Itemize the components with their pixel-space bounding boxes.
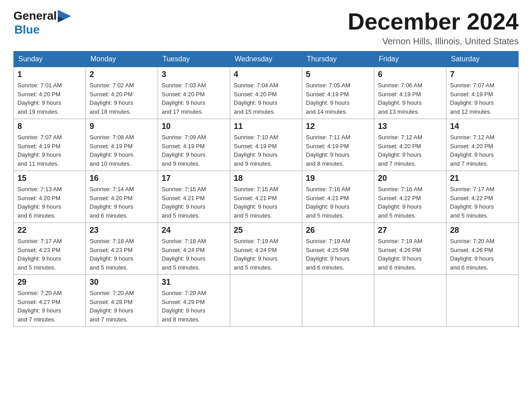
day-info: Sunrise: 7:12 AMSunset: 4:20 PMDaylight:… [378,133,442,168]
calendar-cell: 28Sunrise: 7:20 AMSunset: 4:26 PMDayligh… [446,223,519,275]
calendar-cell: 1Sunrise: 7:01 AMSunset: 4:20 PMDaylight… [14,67,86,119]
day-info: Sunrise: 7:04 AMSunset: 4:20 PMDaylight:… [234,81,298,116]
day-number: 15 [17,174,82,183]
calendar-table: SundayMondayTuesdayWednesdayThursdayFrid… [13,51,519,327]
day-info: Sunrise: 7:11 AMSunset: 4:19 PMDaylight:… [306,133,370,168]
day-info: Sunrise: 7:20 AMSunset: 4:28 PMDaylight:… [90,289,154,324]
day-number: 7 [450,70,515,79]
day-info: Sunrise: 7:19 AMSunset: 4:24 PMDaylight:… [234,237,298,272]
day-number: 19 [306,174,370,183]
day-number: 26 [306,226,370,235]
day-info: Sunrise: 7:05 AMSunset: 4:19 PMDaylight:… [306,81,370,116]
day-info: Sunrise: 7:20 AMSunset: 4:29 PMDaylight:… [162,289,226,324]
day-number: 22 [17,226,82,235]
day-number: 27 [378,226,442,235]
day-info: Sunrise: 7:19 AMSunset: 4:26 PMDaylight:… [378,237,442,272]
day-of-week-header: Wednesday [230,51,302,67]
calendar-cell: 15Sunrise: 7:13 AMSunset: 4:20 PMDayligh… [14,171,86,223]
day-of-week-header: Tuesday [158,51,230,67]
day-info: Sunrise: 7:10 AMSunset: 4:19 PMDaylight:… [234,133,298,168]
calendar-cell: 19Sunrise: 7:16 AMSunset: 4:21 PMDayligh… [302,171,374,223]
day-info: Sunrise: 7:17 AMSunset: 4:23 PMDaylight:… [17,237,82,272]
calendar-cell: 25Sunrise: 7:19 AMSunset: 4:24 PMDayligh… [230,223,302,275]
calendar-cell: 12Sunrise: 7:11 AMSunset: 4:19 PMDayligh… [302,119,374,171]
day-number: 9 [90,122,154,131]
calendar-cell: 7Sunrise: 7:07 AMSunset: 4:19 PMDaylight… [446,67,519,119]
calendar-cell: 14Sunrise: 7:12 AMSunset: 4:20 PMDayligh… [446,119,519,171]
day-number: 2 [90,70,154,79]
day-info: Sunrise: 7:19 AMSunset: 4:25 PMDaylight:… [306,237,370,272]
day-number: 25 [234,226,298,235]
calendar-cell: 5Sunrise: 7:05 AMSunset: 4:19 PMDaylight… [302,67,374,119]
day-info: Sunrise: 7:02 AMSunset: 4:20 PMDaylight:… [90,81,154,116]
day-info: Sunrise: 7:12 AMSunset: 4:20 PMDaylight:… [450,133,515,168]
day-number: 12 [306,122,370,131]
calendar-cell: 18Sunrise: 7:15 AMSunset: 4:21 PMDayligh… [230,171,302,223]
calendar-week-row: 29Sunrise: 7:20 AMSunset: 4:27 PMDayligh… [14,275,519,327]
calendar-cell: 10Sunrise: 7:09 AMSunset: 4:19 PMDayligh… [158,119,230,171]
day-of-week-header: Monday [86,51,158,67]
day-info: Sunrise: 7:16 AMSunset: 4:21 PMDaylight:… [306,185,370,220]
calendar-cell: 6Sunrise: 7:06 AMSunset: 4:19 PMDaylight… [374,67,446,119]
day-of-week-header: Saturday [446,51,519,67]
day-number: 17 [162,174,226,183]
calendar-week-row: 1Sunrise: 7:01 AMSunset: 4:20 PMDaylight… [14,67,519,119]
calendar-cell: 8Sunrise: 7:07 AMSunset: 4:19 PMDaylight… [14,119,86,171]
day-number: 13 [378,122,442,131]
day-info: Sunrise: 7:16 AMSunset: 4:22 PMDaylight:… [378,185,442,220]
day-info: Sunrise: 7:07 AMSunset: 4:19 PMDaylight:… [450,81,515,116]
day-number: 31 [162,278,226,287]
day-of-week-header: Thursday [302,51,374,67]
day-info: Sunrise: 7:08 AMSunset: 4:19 PMDaylight:… [90,133,154,168]
day-info: Sunrise: 7:17 AMSunset: 4:22 PMDaylight:… [450,185,515,220]
calendar-cell: 31Sunrise: 7:20 AMSunset: 4:29 PMDayligh… [158,275,230,327]
calendar-week-row: 22Sunrise: 7:17 AMSunset: 4:23 PMDayligh… [14,223,519,275]
day-number: 11 [234,122,298,131]
day-number: 28 [450,226,515,235]
day-number: 3 [162,70,226,79]
logo-icon [58,10,71,22]
calendar-cell: 24Sunrise: 7:18 AMSunset: 4:24 PMDayligh… [158,223,230,275]
day-info: Sunrise: 7:09 AMSunset: 4:19 PMDaylight:… [162,133,226,168]
day-info: Sunrise: 7:15 AMSunset: 4:21 PMDaylight:… [234,185,298,220]
day-number: 14 [450,122,515,131]
day-number: 4 [234,70,298,79]
day-number: 29 [17,278,82,287]
calendar-cell [446,275,519,327]
day-info: Sunrise: 7:13 AMSunset: 4:20 PMDaylight:… [17,185,82,220]
day-number: 1 [17,70,82,79]
calendar-cell: 16Sunrise: 7:14 AMSunset: 4:20 PMDayligh… [86,171,158,223]
calendar-cell: 26Sunrise: 7:19 AMSunset: 4:25 PMDayligh… [302,223,374,275]
day-info: Sunrise: 7:07 AMSunset: 4:19 PMDaylight:… [17,133,82,168]
day-info: Sunrise: 7:01 AMSunset: 4:20 PMDaylight:… [17,81,82,116]
day-number: 18 [234,174,298,183]
calendar-cell: 22Sunrise: 7:17 AMSunset: 4:23 PMDayligh… [14,223,86,275]
calendar-cell: 11Sunrise: 7:10 AMSunset: 4:19 PMDayligh… [230,119,302,171]
calendar-cell: 3Sunrise: 7:03 AMSunset: 4:20 PMDaylight… [158,67,230,119]
day-info: Sunrise: 7:20 AMSunset: 4:27 PMDaylight:… [17,289,82,324]
calendar-cell: 23Sunrise: 7:18 AMSunset: 4:23 PMDayligh… [86,223,158,275]
location-title: Vernon Hills, Illinois, United States [348,36,519,47]
day-info: Sunrise: 7:03 AMSunset: 4:20 PMDaylight:… [162,81,226,116]
logo-text-blue: Blue [14,23,71,37]
day-info: Sunrise: 7:06 AMSunset: 4:19 PMDaylight:… [378,81,442,116]
calendar-cell: 21Sunrise: 7:17 AMSunset: 4:22 PMDayligh… [446,171,519,223]
day-of-week-header: Sunday [14,51,86,67]
calendar-cell [302,275,374,327]
calendar-cell: 4Sunrise: 7:04 AMSunset: 4:20 PMDaylight… [230,67,302,119]
day-number: 16 [90,174,154,183]
calendar-cell: 13Sunrise: 7:12 AMSunset: 4:20 PMDayligh… [374,119,446,171]
day-number: 23 [90,226,154,235]
day-number: 21 [450,174,515,183]
day-info: Sunrise: 7:20 AMSunset: 4:26 PMDaylight:… [450,237,515,272]
day-number: 6 [378,70,442,79]
calendar-week-row: 15Sunrise: 7:13 AMSunset: 4:20 PMDayligh… [14,171,519,223]
calendar-cell [230,275,302,327]
calendar-cell: 29Sunrise: 7:20 AMSunset: 4:27 PMDayligh… [14,275,86,327]
month-title: December 2024 [348,9,519,34]
calendar-cell: 30Sunrise: 7:20 AMSunset: 4:28 PMDayligh… [86,275,158,327]
calendar-cell: 20Sunrise: 7:16 AMSunset: 4:22 PMDayligh… [374,171,446,223]
calendar-cell: 2Sunrise: 7:02 AMSunset: 4:20 PMDaylight… [86,67,158,119]
day-number: 20 [378,174,442,183]
logo: General Blue [13,9,71,37]
